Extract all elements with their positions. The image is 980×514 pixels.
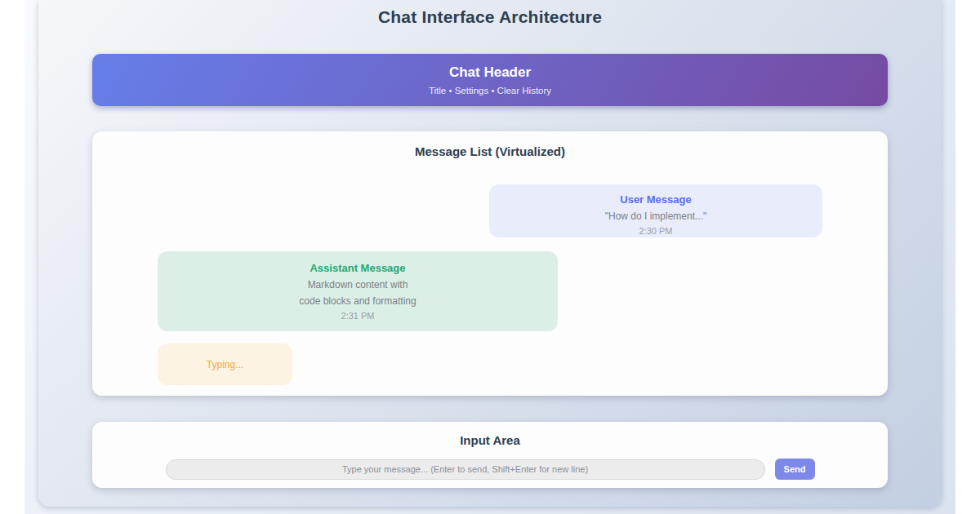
assistant-message-content-line2: code blocks and formatting <box>158 295 558 307</box>
input-area-panel: Input Area Send <box>92 422 888 488</box>
assistant-message-bubble: Assistant Message Markdown content with … <box>158 251 558 331</box>
typing-indicator-bubble: Typing... <box>158 343 292 385</box>
typing-indicator-label: Typing... <box>207 359 243 370</box>
chat-header-block: Chat Header Title • Settings • Clear His… <box>92 54 888 106</box>
assistant-message-timestamp: 2:31 PM <box>158 311 558 321</box>
page-title: Chat Interface Architecture <box>92 0 888 27</box>
page-background: Chat Interface Architecture Chat Header … <box>24 0 956 514</box>
message-list-title: Message List (Virtualized) <box>158 144 822 158</box>
assistant-message-content-line1: Markdown content with <box>158 279 558 290</box>
message-input[interactable] <box>166 459 765 480</box>
message-list-panel: Message List (Virtualized) User Message … <box>92 131 888 396</box>
chat-header-title: Chat Header <box>449 64 531 81</box>
diagram-canvas: Chat Interface Architecture Chat Header … <box>38 0 942 507</box>
input-row: Send <box>92 459 888 480</box>
assistant-message-title: Assistant Message <box>158 262 558 274</box>
user-message-title: User Message <box>489 193 822 206</box>
send-button[interactable]: Send <box>775 459 815 480</box>
input-area-title: Input Area <box>92 433 888 447</box>
chat-header-subtitle: Title • Settings • Clear History <box>429 86 551 95</box>
user-message-bubble: User Message "How do I implement..." 2:3… <box>489 184 822 237</box>
user-message-content: "How do I implement..." <box>489 210 822 222</box>
user-message-timestamp: 2:30 PM <box>489 226 822 236</box>
